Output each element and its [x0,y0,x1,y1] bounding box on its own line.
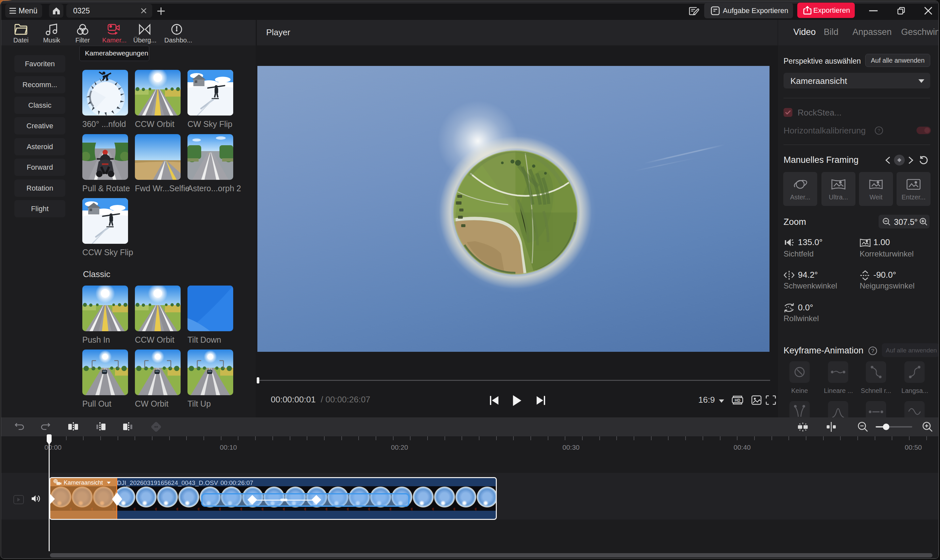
svg-text:?: ? [871,348,874,354]
svg-text:HD: HD [735,398,741,403]
svg-text:?: ? [878,128,880,133]
